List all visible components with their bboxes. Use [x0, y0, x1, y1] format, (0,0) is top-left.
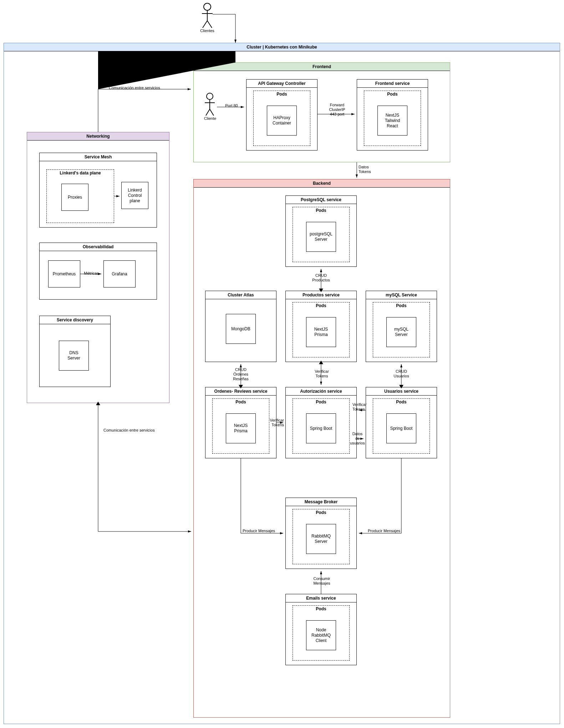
svg-line-3: [207, 21, 212, 28]
productos-pods-label: Pods: [293, 302, 349, 308]
mysql-container: mySQL Server: [386, 317, 416, 347]
haproxy-container: HAProxy Container: [267, 106, 297, 136]
service-mesh-title: Service Mesh: [40, 153, 157, 161]
linkerd-control-plane-box: Linkerd Control plane: [121, 182, 148, 209]
observability-title: Observabilidad: [40, 243, 157, 251]
usuarios-pods-label: Pods: [373, 398, 430, 404]
api-gateway-title: API Gateway Controller: [247, 80, 317, 88]
postgres-pods-label: Pods: [293, 207, 349, 213]
postgres-container: postgreSQL Server: [306, 222, 336, 252]
dns-server-box: DNS Server: [59, 341, 89, 371]
label-com-servicios-bottom: Comunicación entre servicios: [103, 428, 168, 433]
label-consumir: Consumir Mensajes: [308, 576, 336, 586]
productos-container: NextJS Prisma: [306, 317, 336, 347]
ordenes-pods-label: Pods: [213, 398, 269, 404]
label-com-servicios-top: Comunicación entre servicios: [109, 86, 173, 90]
label-datos-tokens: Datos Tokens: [359, 165, 380, 174]
postgres-title: PostgreSQL service: [286, 196, 356, 204]
label-verificar-tokens-3: Verificar Tokens: [352, 402, 374, 412]
usuarios-container: Spring Boot: [386, 413, 416, 443]
actor-clientes-label: Clientes: [198, 29, 217, 33]
mongodb-box: MongoDB: [226, 314, 256, 344]
cluster-atlas-title: Cluster Atlas: [205, 291, 276, 299]
ordenes-title: Ordenes- Reviews service: [205, 387, 276, 396]
frontend-service-title: Frontend service: [357, 80, 428, 88]
actor-cliente-label: Cliente: [202, 116, 218, 121]
usuarios-title: Usuarios service: [366, 387, 437, 396]
networking-title: Networking: [27, 132, 169, 141]
emails-pods-label: Pods: [293, 605, 349, 611]
frontend-service-pods-label: Pods: [364, 90, 421, 97]
ordenes-container: NextJS Prisma: [226, 413, 256, 443]
grafana-box: Grafana: [103, 260, 136, 287]
service-discovery-title: Service discovery: [40, 316, 110, 324]
label-crud-ordenes: CRUD Órdenes Reseñas: [219, 367, 262, 382]
svg-line-2: [203, 21, 207, 28]
broker-title: Message Broker: [286, 498, 356, 506]
cluster-title: Cluster | Kubernetes con Minikube: [4, 43, 560, 51]
label-producir-left: Producir Mensajes: [243, 529, 282, 533]
frontend-title: Frontend: [194, 63, 450, 71]
backend-title: Backend: [194, 179, 450, 188]
diagram-canvas: Clientes Cluster | Kubernetes con Miniku…: [0, 0, 564, 728]
label-crud-usuarios: CRUD Usuarios: [380, 369, 423, 378]
productos-title: Productos service: [286, 291, 356, 299]
emails-container: Node RabbitMQ Client: [306, 620, 336, 650]
api-gateway-pods-label: Pods: [254, 90, 310, 97]
mysql-pods-label: Pods: [373, 302, 430, 308]
label-datos-usuarios: Datos de usuarios: [347, 432, 368, 446]
autorizacion-title: Autorización service: [286, 387, 356, 396]
broker-container: RabbitMQ Server: [306, 524, 336, 554]
label-crud-productos: CRUD Productos: [300, 273, 342, 282]
proxies-box: Proxies: [61, 184, 88, 211]
autorizacion-container: Spring Boot: [306, 413, 336, 443]
broker-pods-label: Pods: [293, 509, 349, 515]
label-verificar-tokens-1: Verificar Tokens: [308, 369, 336, 378]
label-producir-right: Producir Mensajes: [361, 529, 400, 533]
label-metricas: Métricas: [81, 271, 101, 276]
label-forward: Forward ClusterIP 443 port: [321, 103, 353, 117]
label-port80: Port 80: [223, 103, 240, 108]
emails-title: Emails service: [286, 594, 356, 602]
frontend-service-container: NextJS Tailwind React: [377, 106, 407, 136]
autorizacion-pods-label: Pods: [293, 398, 349, 404]
mysql-title: mySQL Service: [366, 291, 437, 299]
prometheus-box: Prometheus: [48, 260, 80, 287]
label-verificar-tokens-2: Verificar Tokens: [263, 418, 284, 427]
linkerd-data-plane-label: Linkerd's data plane: [47, 169, 114, 175]
